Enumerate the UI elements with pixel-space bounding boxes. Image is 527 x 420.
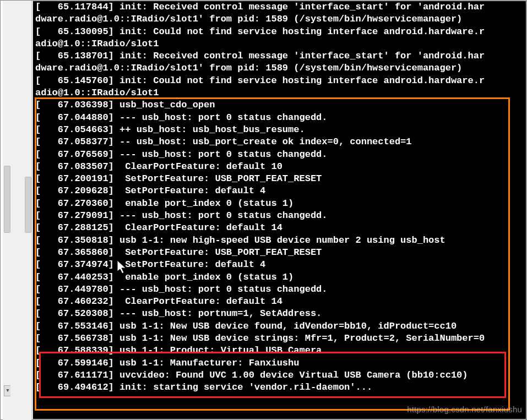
terminal-line: [ 67.611171] uvcvideo: Found UVC 1.00 de…	[35, 369, 526, 381]
terminal-line: [ 67.076569] --- usb_host: port 0 status…	[35, 149, 526, 161]
terminal-line: [ 67.520308] --- usb_host: portnum=1, Se…	[35, 308, 526, 320]
terminal-line: [ 65.138701] init: Received control mess…	[35, 50, 526, 62]
scrollbar-thumb-outer[interactable]	[4, 166, 10, 233]
terminal-line: adio@1.0::IRadio/slot1	[35, 38, 526, 50]
terminal-line: [ 67.440253] enable port_index 0 (status…	[35, 271, 526, 283]
app-window: ▼ [ 65.117844] init: Received control me…	[0, 0, 527, 420]
scroll-gutter	[10, 1, 24, 420]
terminal-line: [ 67.209628] SetPortFeature: default 4	[35, 185, 526, 197]
terminal-line: [ 67.200191] SetPortFeature: USB_PORT_FE…	[35, 173, 526, 185]
terminal-line: [ 67.279091] --- usb_host: port 0 status…	[35, 210, 526, 222]
scrollbar-inner[interactable]	[24, 1, 32, 420]
terminal-line: [ 67.588339] usb 1-1: Product: Virtual U…	[35, 345, 526, 357]
terminal-line: [ 69.494612] init: starting service 'ven…	[35, 381, 526, 394]
terminal-line: [ 67.374974] SetPortFeature: default 4	[35, 259, 526, 271]
terminal-line: [ 67.599146] usb 1-1: Manufacturer: Fanx…	[35, 357, 526, 369]
terminal-line: [ 65.145760] init: Could not find servic…	[35, 75, 526, 87]
terminal-line: [ 67.054663] ++ usb_host: usb_host_bus_r…	[35, 124, 526, 136]
terminal-line: [ 67.036398] usb_host_cdo_open	[35, 99, 526, 111]
scrollbar-thumb-inner[interactable]	[25, 177, 31, 233]
terminal-line: [ 65.130095] init: Could not find servic…	[35, 26, 526, 38]
terminal-line: adio@1.0::IRadio/slot1	[35, 87, 526, 99]
terminal-line: [ 67.553146] usb 1-1: New USB device fou…	[35, 320, 526, 332]
terminal-line: [ 67.449780] --- usb_host: port 0 status…	[35, 283, 526, 296]
terminal-line: [ 67.566738] usb 1-1: New USB device str…	[35, 332, 526, 345]
terminal-line: [ 67.365860] SetPortFeature: USB_PORT_FE…	[35, 247, 526, 259]
scrollbar-outer[interactable]: ▼	[3, 1, 11, 420]
terminal-line: [ 67.288125] ClearPortFeature: default 1…	[35, 222, 526, 234]
terminal-line: [ 67.460232] ClearPortFeature: default 1…	[35, 296, 526, 308]
terminal-line: [ 67.270360] enable port_index 0 (status…	[35, 198, 526, 210]
watermark-text: https://blog.csdn.net/fanxiushu	[407, 405, 522, 414]
terminal-line: dware.radio@1.0::IRadio/slot1' from pid:…	[35, 62, 526, 74]
terminal-line: dware.radio@1.0::IRadio/slot1' from pid:…	[35, 13, 526, 25]
terminal-line: [ 67.083507] ClearPortFeature: default 1…	[35, 161, 526, 173]
terminal-line: [ 65.117844] init: Received control mess…	[35, 1, 526, 13]
terminal-line: [ 67.058377] -- usb_host: usb_port_creat…	[35, 136, 526, 148]
terminal-output[interactable]: [ 65.117844] init: Received control mess…	[32, 1, 526, 419]
terminal-line: [ 67.350818] usb 1-1: new high-speed USB…	[35, 234, 526, 247]
terminal-line: [ 67.044880] --- usb_host: port 0 status…	[35, 112, 526, 124]
